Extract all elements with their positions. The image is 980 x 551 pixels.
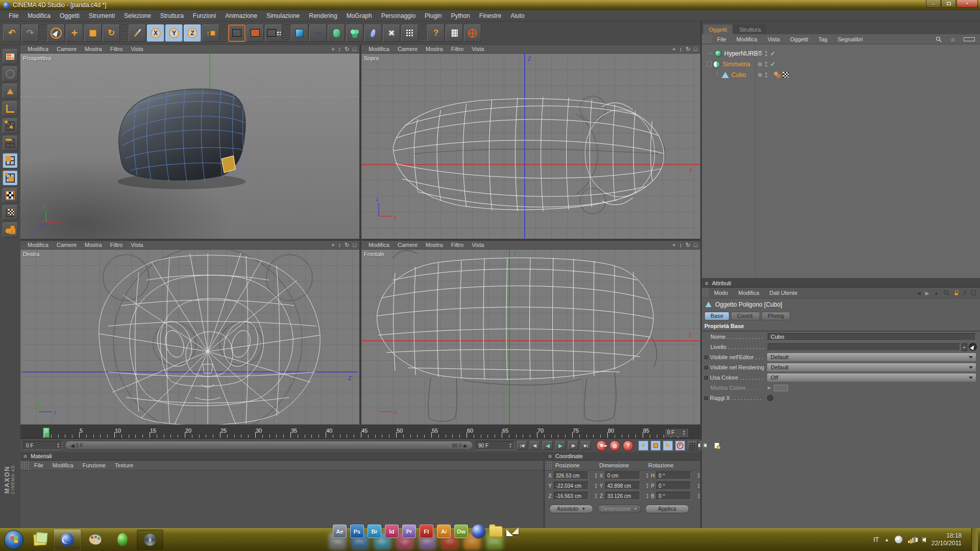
animation-checkbox[interactable] — [704, 356, 708, 359]
goto-start-button[interactable]: |◀ — [517, 441, 527, 450]
maximize-button[interactable] — [941, 0, 956, 8]
viewport-menu-item[interactable]: Filtro — [447, 242, 468, 248]
menu-item[interactable]: Funzioni — [188, 12, 220, 19]
dock-folder-icon[interactable] — [489, 526, 503, 537]
name-field[interactable]: Cubo — [768, 333, 976, 341]
maximize-view-icon[interactable]: □ — [353, 242, 356, 248]
search-icon[interactable] — [936, 36, 942, 42]
redo-button[interactable]: ↷ — [21, 24, 39, 42]
last-tool-brush[interactable] — [129, 24, 146, 42]
record-key-button[interactable] — [596, 440, 607, 451]
taskbar-green-balloon-app[interactable] — [109, 530, 136, 550]
texture-mode-button[interactable] — [3, 188, 18, 203]
viewport-menu-item[interactable]: Modifica — [364, 242, 394, 248]
drag-handle[interactable] — [702, 34, 712, 44]
menu-item[interactable]: Animazione — [220, 12, 262, 19]
menu-item[interactable]: Vista — [763, 36, 785, 42]
current-frame-field[interactable]: 0 F▲▼ — [23, 441, 62, 450]
move-tool[interactable]: + — [66, 24, 83, 42]
previous-key-button[interactable]: ◀| — [530, 441, 540, 450]
tab-struttura[interactable]: Struttura — [733, 24, 766, 34]
tab-oggetti[interactable]: Oggetti — [703, 24, 732, 34]
pan-view-icon[interactable]: + — [672, 242, 675, 248]
language-indicator[interactable]: IT — [873, 536, 879, 543]
animation-checkbox[interactable] — [704, 376, 708, 380]
tree-row-hypernurbs[interactable]: ─ HyperNURBS ✓ — [702, 48, 980, 59]
touch-settings-icon[interactable] — [895, 536, 902, 543]
viewport-menu-item[interactable]: Filtro — [106, 242, 127, 248]
position-field[interactable]: -22.034 cm — [554, 482, 589, 490]
viewport-menu-item[interactable]: Camere — [53, 242, 81, 248]
next-key-button[interactable]: |▶ — [568, 441, 578, 450]
size-dropdown[interactable]: Dimensione▼ — [597, 505, 641, 513]
rotate-view-icon[interactable]: ↻ — [685, 242, 690, 248]
menu-item[interactable]: Struttura — [156, 12, 188, 19]
texture-tag-icon[interactable] — [782, 71, 789, 78]
use-color-dropdown[interactable]: Off — [767, 373, 976, 382]
add-hypernurbs-button[interactable] — [328, 24, 345, 42]
viewport-menu-item[interactable]: Mostra — [81, 242, 106, 248]
panel-icon[interactable] — [23, 454, 28, 459]
drag-handle[interactable] — [20, 461, 30, 470]
layer-browse-button[interactable]: ▸ — [962, 343, 967, 351]
menu-item[interactable]: Modifica — [733, 290, 765, 296]
maximize-view-icon[interactable]: □ — [353, 46, 356, 52]
dock-app-icon[interactable]: Fl — [420, 524, 433, 538]
tree-row-cubo[interactable]: └ Cubo — [702, 69, 980, 80]
dock-app-icon[interactable]: Ai — [437, 524, 451, 538]
maximize-view-icon[interactable]: □ — [694, 242, 697, 248]
right-canvas[interactable]: Destra — [20, 249, 359, 424]
tab-phong[interactable]: Phong — [762, 312, 790, 320]
dock-app-icon[interactable]: Br — [368, 524, 381, 538]
menu-item[interactable]: Oggetti — [55, 12, 84, 19]
viewport-menu-item[interactable]: Vista — [127, 242, 147, 248]
xray-checkbox[interactable] — [767, 395, 773, 401]
viewport-menu-item[interactable]: Vista — [127, 46, 147, 52]
menu-item[interactable]: Modifica — [48, 462, 78, 468]
hidden-icons-chevron[interactable]: ▲ — [885, 537, 889, 542]
render-visibility-dots[interactable] — [765, 51, 767, 56]
section-header[interactable]: Proprietà Base — [702, 321, 980, 332]
edge-mode-button[interactable] — [3, 136, 18, 151]
render-settings-button[interactable] — [265, 24, 282, 42]
menu-item[interactable]: Modifica — [23, 12, 55, 19]
link-icon[interactable]: 8 — [963, 290, 966, 296]
viewport-menu-item[interactable]: Filtro — [106, 46, 127, 52]
zoom-view-icon[interactable]: ↕ — [679, 46, 682, 52]
taskbar-swirl-app[interactable] — [137, 530, 163, 550]
preview-range-slider[interactable]: ◀ 0 F 90 F ▶ — [65, 441, 473, 450]
lock-z-axis-toggle[interactable]: Z — [184, 24, 201, 42]
viewport-menu-item[interactable]: Modifica — [23, 46, 53, 52]
model-mode-button[interactable] — [3, 84, 18, 99]
record-position-toggle[interactable]: + — [639, 441, 648, 450]
viewport-menu-item[interactable]: Modifica — [364, 46, 394, 52]
lock-y-axis-toggle[interactable]: Y — [165, 24, 183, 42]
maximize-view-icon[interactable]: □ — [694, 46, 697, 52]
rotation-field[interactable]: 0 ° — [656, 492, 691, 500]
expand-arrow-icon[interactable]: ▶ — [768, 385, 771, 390]
panel-icon[interactable] — [704, 281, 709, 286]
materials-list-area[interactable] — [20, 470, 543, 528]
position-field[interactable]: -16.563 cm — [554, 492, 589, 500]
start-button[interactable] — [4, 530, 23, 549]
viewport-menu-item[interactable]: Mostra — [81, 46, 106, 52]
viewport-menu-item[interactable]: Vista — [468, 242, 488, 248]
visible-render-dropdown[interactable]: Default — [767, 363, 976, 371]
menu-item[interactable]: Rendering — [304, 12, 341, 19]
selection-tag-icon[interactable] — [774, 71, 781, 79]
tab-base[interactable]: Base — [704, 312, 729, 320]
goto-end-button[interactable]: ▶| — [581, 441, 591, 450]
render-visibility-dots[interactable] — [765, 72, 767, 78]
size-field[interactable]: 42.898 cm — [605, 482, 640, 490]
render-to-picture-viewer-button[interactable] — [247, 24, 264, 42]
history-back-icon[interactable]: ◀ — [917, 290, 921, 296]
minimize-button[interactable]: – — [926, 0, 941, 8]
parent-icon[interactable]: ▲ — [934, 290, 939, 296]
taskbar-paint-app[interactable] — [82, 530, 108, 550]
menu-item[interactable]: Python — [446, 12, 474, 19]
rotate-view-icon[interactable]: ↻ — [345, 46, 349, 53]
viewport-menu-item[interactable]: Mostra — [422, 46, 447, 52]
points-mode-button[interactable] — [3, 118, 18, 134]
enabled-check[interactable]: ✓ — [770, 61, 775, 68]
render-visibility-dots[interactable] — [765, 62, 767, 67]
